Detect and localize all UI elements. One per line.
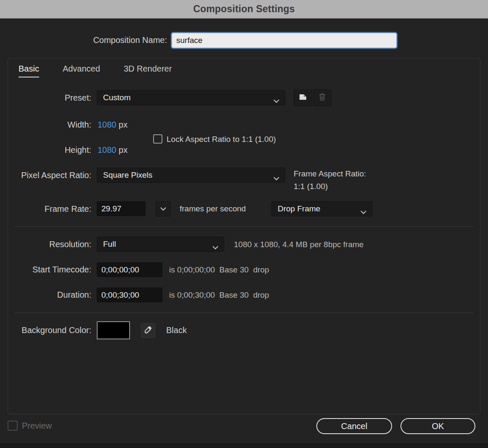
preset-label: Preset: xyxy=(0,93,91,103)
pixel-aspect-label: Pixel Aspect Ratio: xyxy=(0,171,91,180)
height-value[interactable]: 1080 xyxy=(98,145,117,155)
eyedropper-icon xyxy=(143,325,153,336)
start-timecode-input[interactable] xyxy=(97,262,162,277)
tab-basic[interactable]: Basic xyxy=(19,64,39,77)
preset-value: Custom xyxy=(103,93,130,102)
cancel-button[interactable]: Cancel xyxy=(316,418,392,434)
timebase-dropdown[interactable]: Drop Frame xyxy=(271,201,372,216)
resolution-dropdown[interactable]: Full xyxy=(97,237,224,252)
start-timecode-info: is 0;00;00;00 Base 30 drop xyxy=(169,265,269,275)
tab-3d-renderer[interactable]: 3D Renderer xyxy=(124,64,172,77)
delete-preset-button[interactable] xyxy=(313,89,332,106)
lock-aspect-label: Lock Aspect Ratio to 1:1 (1.00) xyxy=(167,135,276,144)
duration-info: is 0;00;30;00 Base 30 drop xyxy=(169,291,269,300)
duration-label: Duration: xyxy=(0,290,91,300)
width-label: Width: xyxy=(0,120,91,130)
chevron-down-icon xyxy=(160,205,167,213)
resolution-info: 1080 x 1080, 4.4 MB per 8bpc frame xyxy=(234,240,363,249)
preview-label: Preview xyxy=(22,421,52,431)
chevron-down-icon xyxy=(360,207,367,216)
start-timecode-label: Start Timecode: xyxy=(0,265,91,275)
composition-name-label: Composition Name: xyxy=(0,35,167,45)
frame-rate-dropdown-button[interactable] xyxy=(156,201,171,216)
dialog-bottom-edge xyxy=(0,443,488,448)
frame-rate-input[interactable] xyxy=(97,201,146,216)
pixel-aspect-value: Square Pixels xyxy=(103,171,152,180)
chevron-down-icon xyxy=(273,96,280,105)
tab-advanced[interactable]: Advanced xyxy=(63,64,100,77)
width-value-row: 1080 px xyxy=(98,120,127,130)
eyedropper-button[interactable] xyxy=(140,322,156,339)
pixel-aspect-dropdown[interactable]: Square Pixels xyxy=(97,168,285,183)
frame-rate-label: Frame Rate: xyxy=(0,204,91,214)
chevron-down-icon xyxy=(273,173,280,183)
background-color-swatch[interactable] xyxy=(97,321,130,339)
composition-settings-dialog: Composition Settings Composition Name: B… xyxy=(0,0,488,448)
save-preset-icon xyxy=(298,93,308,103)
dialog-title: Composition Settings xyxy=(193,3,295,15)
composition-name-input[interactable] xyxy=(171,32,397,48)
chevron-down-icon xyxy=(212,243,219,252)
background-color-label: Background Color: xyxy=(0,325,91,335)
frame-aspect-label: Frame Aspect Ratio: xyxy=(294,169,366,179)
resolution-value: Full xyxy=(103,240,116,249)
preview-checkbox[interactable] xyxy=(8,421,18,431)
background-color-name: Black xyxy=(166,325,187,335)
content-panel xyxy=(8,58,480,414)
frame-aspect-value: 1:1 (1.00) xyxy=(294,182,328,191)
height-label: Height: xyxy=(0,145,91,155)
lock-aspect-checkbox[interactable] xyxy=(153,134,162,144)
timebase-value: Drop Frame xyxy=(278,204,320,213)
preset-dropdown[interactable]: Custom xyxy=(97,90,285,105)
divider xyxy=(15,312,473,313)
frame-rate-suffix: frames per second xyxy=(180,204,246,213)
divider xyxy=(15,227,473,227)
width-value[interactable]: 1080 xyxy=(98,120,117,129)
trash-icon xyxy=(318,92,326,103)
ok-button[interactable]: OK xyxy=(400,418,475,434)
tab-bar: Basic Advanced 3D Renderer xyxy=(19,64,172,77)
height-unit: px xyxy=(119,145,127,155)
duration-input[interactable] xyxy=(97,288,162,302)
width-unit: px xyxy=(119,120,127,129)
titlebar[interactable]: Composition Settings xyxy=(0,0,488,19)
save-preset-button[interactable] xyxy=(294,89,312,106)
height-value-row: 1080 px xyxy=(98,145,127,155)
resolution-label: Resolution: xyxy=(0,240,91,249)
